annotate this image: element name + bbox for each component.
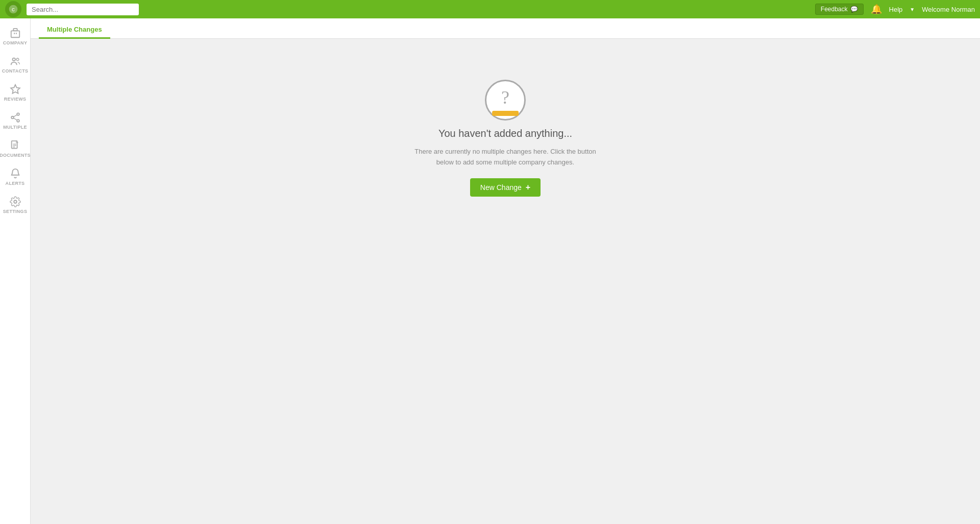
- new-change-button[interactable]: New Change +: [470, 178, 541, 197]
- svg-point-6: [12, 58, 15, 61]
- tab-bar: Multiple Changes: [31, 18, 980, 39]
- svg-rect-3: [13, 29, 17, 31]
- sidebar-item-multiple[interactable]: MULTIPLE: [1, 108, 30, 134]
- document-icon: [10, 140, 21, 151]
- sidebar-settings-label: SETTINGS: [3, 209, 27, 214]
- svg-point-17: [14, 200, 17, 203]
- sidebar-alerts-label: ALERTS: [6, 181, 25, 186]
- sidebar-documents-label: DOCUMENTS: [0, 153, 31, 158]
- sidebar-item-reviews[interactable]: REVIEWS: [1, 80, 30, 106]
- gear-icon: [10, 196, 21, 207]
- svg-line-11: [13, 115, 16, 117]
- feedback-label: Feedback: [821, 6, 848, 13]
- sidebar-item-contacts[interactable]: CONTACTS: [1, 52, 30, 78]
- svg-point-8: [17, 113, 19, 115]
- dropdown-arrow-icon[interactable]: ▼: [910, 7, 915, 12]
- plus-icon: +: [526, 183, 530, 192]
- welcome-text: Welcome Norman: [922, 6, 975, 13]
- main-content: Multiple Changes ? You haven't added any…: [31, 18, 980, 524]
- new-change-label: New Change: [480, 183, 522, 192]
- svg-rect-4: [14, 33, 15, 34]
- sidebar-multiple-label: MULTIPLE: [3, 125, 27, 130]
- svg-rect-5: [15, 33, 16, 34]
- sidebar-item-documents[interactable]: DOCUMENTS: [1, 136, 30, 162]
- svg-line-12: [13, 118, 16, 120]
- svg-point-10: [17, 120, 19, 122]
- notifications-icon[interactable]: 🔔: [871, 4, 882, 15]
- svg-text:c: c: [12, 6, 15, 12]
- svg-point-9: [11, 116, 14, 119]
- empty-state-title: You haven't added anything...: [438, 128, 572, 139]
- empty-state-icon: ?: [485, 80, 526, 121]
- building-icon: [10, 28, 21, 39]
- bell-icon: [10, 168, 21, 179]
- question-mark-icon: ?: [501, 88, 509, 107]
- sidebar-company-label: COMPANY: [3, 40, 27, 45]
- empty-state-subtitle: There are currently no multiple changes …: [408, 147, 602, 168]
- feedback-button[interactable]: Feedback 💬: [815, 4, 864, 15]
- empty-state: ? You haven't added anything... There ar…: [408, 80, 602, 197]
- help-link[interactable]: Help: [889, 6, 903, 13]
- search-input[interactable]: [27, 4, 139, 15]
- people-icon: [10, 56, 21, 67]
- share-icon: [10, 112, 21, 123]
- svg-rect-2: [11, 31, 19, 37]
- sidebar-item-alerts[interactable]: ALERTS: [1, 164, 30, 190]
- svg-point-7: [16, 58, 19, 61]
- tab-multiple-changes[interactable]: Multiple Changes: [39, 20, 110, 39]
- star-icon: [10, 84, 21, 95]
- topbar: c Feedback 💬 🔔 Help ▼ Welcome Norman: [0, 0, 980, 18]
- sidebar: COMPANY CONTACTS REVIEWS MULTIPLE: [0, 18, 31, 524]
- sidebar-item-company[interactable]: COMPANY: [1, 23, 30, 50]
- sidebar-reviews-label: REVIEWS: [4, 97, 27, 102]
- content-area: ? You haven't added anything... There ar…: [31, 39, 980, 197]
- sidebar-item-settings[interactable]: SETTINGS: [1, 192, 30, 218]
- app-logo[interactable]: c: [5, 1, 21, 17]
- sidebar-contacts-label: CONTACTS: [2, 68, 29, 74]
- topbar-right: Feedback 💬 🔔 Help ▼ Welcome Norman: [815, 4, 975, 15]
- feedback-icon: 💬: [850, 6, 858, 13]
